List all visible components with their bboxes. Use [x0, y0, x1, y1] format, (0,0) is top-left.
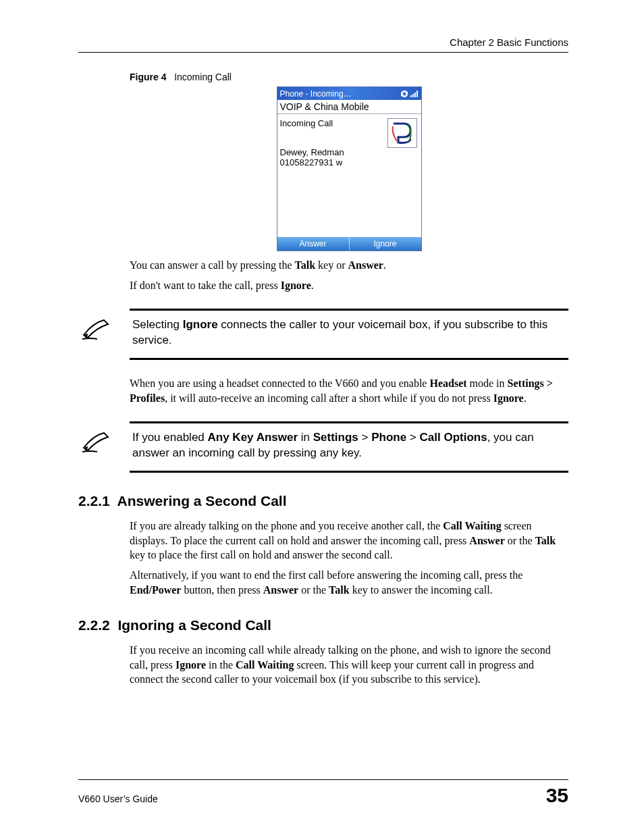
svg-rect-2	[414, 93, 416, 97]
status-icons	[400, 90, 419, 98]
phone-screenshot: Phone - Incoming… VOIP & China Mobile In…	[277, 86, 422, 251]
section-heading: 2.2.2 Ignoring a Second Call	[78, 617, 568, 633]
figure-caption: Figure 4 Incoming Call	[130, 72, 568, 82]
guide-name: V660 User’s Guide	[78, 793, 158, 804]
caller-avatar	[387, 118, 417, 148]
svg-rect-0	[410, 95, 412, 97]
note-block: If you enabled Any Key Answer in Setting…	[78, 421, 568, 473]
page-footer: V660 User’s Guide 35	[78, 779, 568, 807]
caller-number: 01058227931 w	[280, 157, 419, 167]
paragraph: If don't want to take the call, press Ig…	[130, 278, 568, 293]
chapter-header: Chapter 2 Basic Functions	[78, 36, 568, 48]
softkey-ignore[interactable]: Ignore	[349, 237, 421, 251]
softkey-bar: Answer Ignore	[277, 237, 421, 251]
phone-body: Incoming Call Dewey, Redman 01058227931 …	[277, 114, 421, 237]
svg-rect-1	[412, 94, 414, 97]
paragraph: If you receive an incoming call while al…	[130, 643, 568, 687]
note-text: Selecting Ignore connects the caller to …	[132, 317, 568, 348]
paragraph: Alternatively, if you want to end the fi…	[130, 568, 568, 597]
note-icon	[81, 430, 112, 453]
note-text: If you enabled Any Key Answer in Setting…	[132, 430, 568, 461]
header-rule	[78, 52, 568, 53]
paragraph: If you are already talking on the phone …	[130, 519, 568, 563]
phone-title-text: Phone - Incoming…	[280, 89, 352, 99]
note-block: Selecting Ignore connects the caller to …	[78, 309, 568, 360]
signal-icon	[410, 90, 419, 98]
paragraph: When you are using a headset connected t…	[130, 376, 568, 405]
softkey-answer[interactable]: Answer	[277, 237, 349, 251]
svg-rect-3	[417, 90, 418, 97]
note-icon	[81, 317, 112, 340]
page-number: 35	[546, 784, 568, 807]
phone-titlebar: Phone - Incoming…	[277, 87, 421, 100]
phone-subtitle: VOIP & China Mobile	[277, 100, 421, 114]
sync-icon	[400, 90, 409, 98]
section-heading: 2.2.1 Answering a Second Call	[78, 493, 568, 509]
paragraph: You can answer a call by pressing the Ta…	[130, 258, 568, 273]
caller-name: Dewey, Redman	[280, 147, 419, 157]
